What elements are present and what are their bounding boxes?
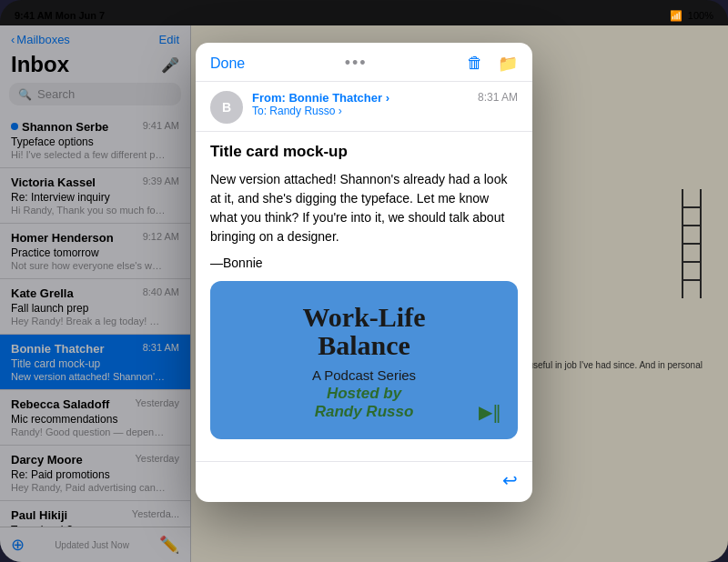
email-header-info: From: Bonnie Thatcher › To: Randy Russo … xyxy=(252,91,469,117)
podcast-hosted-by: Hosted by xyxy=(327,385,401,403)
ipad-frame: 9:41 AM Mon Jun 7 📶 100% ‹ Mailboxes Edi… xyxy=(0,0,728,562)
sender-avatar: B xyxy=(210,91,243,124)
email-signature: —Bonnie xyxy=(210,256,518,270)
to-name[interactable]: Randy Russo › xyxy=(269,105,341,117)
email-header: B From: Bonnie Thatcher › To: Randy Russ… xyxy=(196,82,532,132)
from-label: From: xyxy=(252,91,286,105)
done-button[interactable]: Done xyxy=(210,55,245,72)
reply-icon[interactable]: ↩ xyxy=(502,469,518,491)
email-timestamp: 8:31 AM xyxy=(478,91,518,104)
to-label: To: xyxy=(252,105,267,117)
email-body: Title card mock-up New version attached!… xyxy=(196,132,532,461)
email-modal: Done ••• 🗑 📁 B From: Bonnie Thatcher › xyxy=(196,43,532,502)
modal-toolbar: Done ••• 🗑 📁 xyxy=(196,43,532,82)
status-indicators: 📶 100% xyxy=(670,10,713,22)
from-line: From: Bonnie Thatcher › xyxy=(252,91,469,105)
to-line: To: Randy Russo › xyxy=(252,105,469,117)
status-bar: 9:41 AM Mon Jun 7 📶 100% xyxy=(0,0,728,25)
modal-footer: ↩ xyxy=(196,461,532,502)
more-options-icon[interactable]: ••• xyxy=(345,54,368,73)
podcast-attachment-card: Work-LifeBalance A Podcast Series Hosted… xyxy=(210,281,518,439)
folder-icon[interactable]: 📁 xyxy=(498,54,518,74)
trash-icon[interactable]: 🗑 xyxy=(467,54,483,73)
podcast-subtitle: A Podcast Series xyxy=(312,367,416,383)
podcast-title: Work-LifeBalance xyxy=(303,303,426,360)
podcast-host-name: Randy Russo xyxy=(315,403,414,421)
status-time: 9:41 AM Mon Jun 7 xyxy=(15,10,105,21)
sender-initial: B xyxy=(222,100,231,115)
from-name[interactable]: Bonnie Thatcher › xyxy=(288,91,389,105)
modal-action-icons: 🗑 📁 xyxy=(467,54,518,74)
play-pause-icon[interactable]: ▶‖ xyxy=(479,401,501,423)
battery-icon: 100% xyxy=(688,10,713,21)
wifi-icon: 📶 xyxy=(670,10,682,22)
modal-overlay: Done ••• 🗑 📁 B From: Bonnie Thatcher › xyxy=(0,0,728,562)
email-body-text: New version attached! Shannon's already … xyxy=(210,170,518,246)
email-subject-heading: Title card mock-up xyxy=(210,143,518,161)
